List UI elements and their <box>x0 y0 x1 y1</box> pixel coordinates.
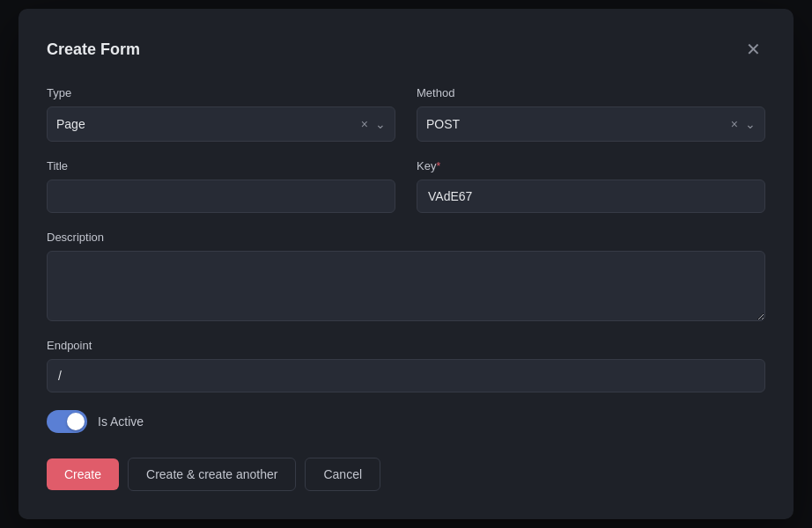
type-select-value: Page <box>56 117 358 131</box>
type-clear-icon: × <box>361 117 368 131</box>
type-group: Type Page × ⌄ <box>47 86 395 142</box>
type-clear-button[interactable]: × <box>358 115 372 133</box>
close-button[interactable]: ✕ <box>741 37 765 62</box>
endpoint-label: Endpoint <box>47 339 765 352</box>
title-group: Title <box>47 159 395 213</box>
endpoint-group: Endpoint <box>47 339 765 392</box>
type-select[interactable]: Page × ⌄ <box>47 106 395 142</box>
description-textarea[interactable] <box>47 251 765 321</box>
description-group: Description <box>47 231 765 321</box>
method-select[interactable]: POST × ⌄ <box>417 106 765 142</box>
method-clear-button[interactable]: × <box>727 115 742 133</box>
type-label: Type <box>47 86 395 99</box>
modal-overlay: Create Form ✕ Type Page × ⌄ Method POST <box>0 0 812 528</box>
title-label: Title <box>47 159 395 172</box>
is-active-toggle[interactable] <box>47 410 87 433</box>
create-button[interactable]: Create <box>47 458 119 490</box>
method-label: Method <box>417 86 765 99</box>
title-input[interactable] <box>47 180 395 213</box>
toggle-thumb <box>67 413 85 430</box>
endpoint-row: Endpoint <box>47 339 765 392</box>
description-row: Description <box>47 231 765 321</box>
type-chevron-icon: ⌄ <box>375 117 386 131</box>
key-input[interactable] <box>417 180 765 213</box>
type-method-row: Type Page × ⌄ Method POST × ⌄ <box>47 86 765 142</box>
is-active-label: Is Active <box>98 414 144 429</box>
modal-header: Create Form ✕ <box>47 37 765 62</box>
key-group: Key* <box>417 159 765 213</box>
method-select-value: POST <box>426 117 727 131</box>
title-key-row: Title Key* <box>47 159 765 213</box>
required-mark: * <box>436 160 440 172</box>
modal-title: Create Form <box>47 40 140 59</box>
endpoint-input[interactable] <box>47 359 765 392</box>
method-clear-icon: × <box>731 117 738 131</box>
create-another-button[interactable]: Create & create another <box>128 458 296 491</box>
toggle-track <box>47 410 87 433</box>
description-label: Description <box>47 231 765 244</box>
create-form-modal: Create Form ✕ Type Page × ⌄ Method POST <box>18 9 794 519</box>
close-icon: ✕ <box>746 39 761 60</box>
is-active-row: Is Active <box>47 410 765 433</box>
cancel-button[interactable]: Cancel <box>305 458 380 491</box>
key-label: Key* <box>417 159 765 172</box>
method-group: Method POST × ⌄ <box>417 86 765 142</box>
method-chevron-icon: ⌄ <box>745 117 756 131</box>
form-actions: Create Create & create another Cancel <box>47 458 765 491</box>
